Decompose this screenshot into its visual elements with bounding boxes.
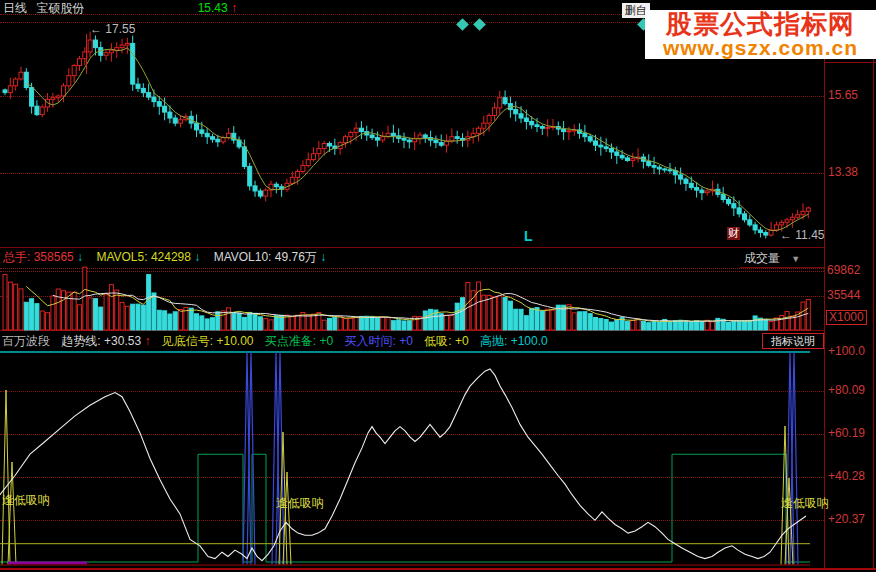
- stock-name: 宝硕股份: [36, 1, 84, 15]
- axis-top-border: [824, 62, 876, 63]
- volume-axis-upper: 69862: [827, 264, 860, 277]
- zongshou-label: 总手:: [3, 250, 30, 264]
- bottom-signal-label: 见底信号:: [162, 334, 213, 348]
- down-arrow-icon: ↓: [320, 250, 326, 264]
- price-grid-label-lower: 13.38: [828, 166, 858, 179]
- chevron-down-icon: ▼: [791, 254, 800, 264]
- stock-app-window: { "title_bar": { "period": "日线", "stock_…: [0, 0, 876, 572]
- prepare-label: 买点准备:: [265, 334, 316, 348]
- site-watermark: 股票公式指标网 www.gszx.com.cn: [645, 10, 876, 59]
- gaopao-value: +100.0: [511, 334, 548, 348]
- dixi-label: 低吸:: [424, 334, 451, 348]
- volume-header: 总手: 358565 ↓ MAVOL5: 424298 ↓ MAVOL10: 4…: [3, 250, 326, 264]
- bottom-signal-value: +10.00: [216, 334, 253, 348]
- gaopao-label: 高抛:: [480, 334, 507, 348]
- dixi-value: +0: [455, 334, 469, 348]
- price-grid-label-upper: 15.65: [828, 89, 858, 102]
- chart-period-label[interactable]: 日线: [3, 1, 27, 15]
- volume-axis-lower: 35544: [827, 289, 860, 302]
- indicator-header: 百万波段 趋势线: +30.53 ↑ 见底信号: +10.00 买点准备: +0…: [2, 334, 548, 348]
- high-marker-line: [86, 34, 87, 74]
- mavol5-value: 424298: [151, 250, 191, 264]
- zongshou-value: 358565: [34, 250, 74, 264]
- indicator-axis-80: +80.09: [828, 384, 865, 397]
- mavol5-label: MAVOL5:: [96, 250, 147, 264]
- up-arrow-icon: ↑: [144, 334, 150, 348]
- buy-low-annotation: 逢低吸呐: [781, 497, 829, 510]
- mavol10-label: MAVOL10:: [214, 250, 272, 264]
- price-up-arrow-icon: ↑: [231, 1, 237, 15]
- prepare-value: +0: [320, 334, 334, 348]
- down-arrow-icon: ↓: [194, 250, 200, 264]
- axis-border: [824, 14, 825, 568]
- indicator-axis-60: +60.19: [828, 427, 865, 440]
- buytime-value: +0: [399, 334, 413, 348]
- indicator-axis-20: +20.37: [828, 513, 865, 526]
- buy-low-annotation: 逢低吸呐: [276, 497, 324, 510]
- indicator-axis-100: +100.0: [828, 345, 865, 358]
- last-price: 15.43: [198, 1, 228, 15]
- buy-low-annotation: 逢低吸呐: [2, 494, 50, 507]
- right-border: [873, 14, 874, 568]
- volume-indicator-dropdown[interactable]: 成交量 ▼: [744, 250, 824, 267]
- indicator-help-button[interactable]: 指标说明: [762, 333, 824, 349]
- low-price-marker: ← 11.45: [780, 228, 824, 242]
- high-price-marker: ← 17.55: [90, 22, 135, 36]
- indicator-name[interactable]: 百万波段: [2, 334, 50, 348]
- mavol10-value: 49.76万: [275, 250, 317, 264]
- title-bar: 日线 宝硕股份 15.43 ↑: [3, 1, 237, 15]
- volume-axis-unit: X1000: [826, 310, 867, 325]
- volume-indicator-label: 成交量: [744, 251, 780, 265]
- indicator-axis-40: +40.28: [828, 470, 865, 483]
- indicator-chart-canvas[interactable]: [0, 349, 824, 569]
- trend-value: +30.53: [104, 334, 141, 348]
- watermark-title: 股票公式指标网: [645, 10, 876, 38]
- trend-label: 趋势线:: [61, 334, 100, 348]
- buytime-label: 买入时间:: [345, 334, 396, 348]
- down-arrow-icon: ↓: [77, 250, 83, 264]
- watermark-url: www.gszx.com.cn: [645, 38, 876, 58]
- volume-chart-canvas[interactable]: [0, 263, 824, 331]
